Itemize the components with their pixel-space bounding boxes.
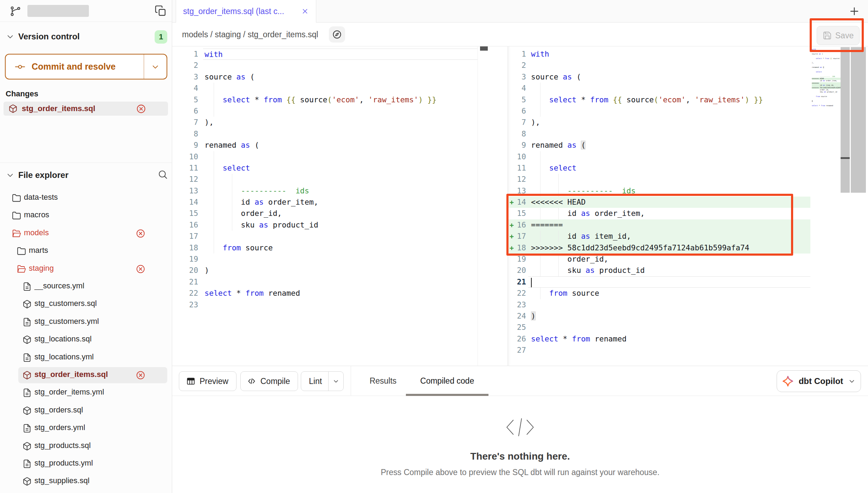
sidebar-item-data-tests[interactable]: data-tests	[0, 190, 172, 206]
code-line: 14 id as order_item,	[172, 197, 478, 208]
sidebar-item-stg-customers-sql[interactable]: stg_customers.sql	[0, 296, 172, 312]
changed-file-row[interactable]: stg_order_items.sql	[4, 102, 168, 116]
folder-open-icon	[17, 264, 26, 274]
line-number: 11	[516, 162, 528, 174]
diff-add-marker: +	[508, 219, 516, 231]
new-tab-icon[interactable]	[848, 5, 860, 17]
close-tab-icon[interactable]	[301, 7, 309, 15]
code-line: 2	[172, 60, 478, 71]
line-number: 18	[172, 242, 203, 254]
code-line: 1with	[508, 49, 810, 60]
line-number: 18	[516, 242, 528, 254]
lint-label: Lint	[301, 377, 328, 386]
line-number: 5	[172, 94, 203, 105]
code-line: 6	[172, 105, 478, 117]
tab-compiled-code[interactable]: Compiled code	[406, 366, 488, 396]
minimap[interactable]: withsource as ( select * from {{ source(…	[812, 49, 841, 119]
code-line: 21	[172, 276, 478, 288]
line-number: 6	[172, 105, 203, 117]
window-scrollbar[interactable]	[851, 47, 866, 193]
diff-add-marker	[508, 71, 516, 83]
dbt-copilot-button[interactable]: dbt Copilot	[777, 370, 861, 392]
file-icon	[22, 353, 32, 362]
copy-icon[interactable]	[155, 5, 167, 17]
diff-add-marker	[508, 128, 516, 140]
folder-icon	[17, 246, 26, 256]
line-number: 14	[516, 197, 528, 208]
file-label: stg_products.sql	[34, 441, 91, 450]
line-number: 17	[172, 231, 203, 242]
line-number: 20	[172, 265, 203, 276]
file-explorer-header[interactable]: File explorer	[0, 168, 172, 182]
discard-change-icon[interactable]	[136, 264, 145, 274]
chevron-down-icon	[6, 32, 15, 41]
code-line: 13 ---------- ids	[508, 185, 810, 197]
line-number: 13	[172, 185, 203, 197]
sidebar-item-stg-locations-sql[interactable]: stg_locations.sql	[0, 332, 172, 348]
code-line: +16=======	[508, 219, 810, 231]
sidebar-item-stg-order-items-sql[interactable]: stg_order_items.sql	[0, 367, 172, 383]
line-number: 9	[516, 140, 528, 151]
sidebar-item-stg-order-items-yml[interactable]: stg_order_items.yml	[0, 385, 172, 401]
sidebar-item-stg-customers-yml[interactable]: stg_customers.yml	[0, 314, 172, 330]
discard-change-icon[interactable]	[136, 229, 145, 238]
editor-pane-left[interactable]: 1with23source as (45 select * from {{ so…	[172, 46, 478, 366]
sidebar-item-stg-products-sql[interactable]: stg_products.sql	[0, 438, 172, 454]
version-control-header[interactable]: Version control	[0, 30, 172, 44]
code-line: 23	[172, 299, 478, 310]
discard-change-icon[interactable]	[136, 370, 145, 380]
preview-button[interactable]: Preview	[179, 371, 237, 391]
file-icon	[22, 318, 32, 327]
diff-add-marker	[508, 276, 516, 288]
folder-open-icon	[12, 229, 21, 238]
commit-and-resolve-button[interactable]: Commit and resolve	[5, 54, 167, 79]
line-number: 2	[516, 60, 528, 71]
sidebar-topbar	[0, 0, 172, 22]
diff-add-marker: +	[508, 231, 516, 242]
lint-button[interactable]: Lint	[301, 371, 344, 391]
search-icon[interactable]	[157, 169, 168, 180]
docs-compass-button[interactable]	[329, 26, 345, 43]
editor-scrollbar[interactable]	[841, 47, 850, 193]
sidebar-item-stg-supplies-sql[interactable]: stg_supplies.sql	[0, 473, 172, 489]
file-icon	[22, 282, 32, 291]
editor-pane-right[interactable]: 1with23source as (45 select * from {{ so…	[507, 46, 810, 366]
code-line: 12	[172, 174, 478, 185]
lint-dropdown-button[interactable]	[329, 378, 343, 385]
compiled-code-label: Compiled code	[420, 376, 474, 386]
sidebar-item-stg-orders-sql[interactable]: stg_orders.sql	[0, 403, 172, 419]
file-label: stg_order_items.yml	[34, 388, 104, 397]
left-pane-scrollbar-thumb[interactable]	[480, 46, 488, 51]
sidebar-item--sources-yml[interactable]: __sources.yml	[0, 278, 172, 295]
line-number: 23	[516, 299, 528, 310]
sidebar-item-marts[interactable]: marts	[0, 243, 172, 259]
line-number: 4	[172, 83, 203, 94]
diff-add-marker	[508, 151, 516, 162]
table-icon	[186, 377, 195, 386]
model-icon	[22, 442, 32, 451]
line-number: 23	[172, 299, 203, 310]
line-number: 16	[516, 219, 528, 231]
sidebar-item-models[interactable]: models	[0, 225, 172, 242]
tab-stg-order-items[interactable]: stg_order_items.sql (last c...	[176, 0, 316, 23]
line-number: 21	[516, 276, 528, 288]
folder-icon	[12, 193, 21, 203]
sidebar-item-stg-products-yml[interactable]: stg_products.yml	[0, 456, 172, 472]
line-number: 16	[172, 219, 203, 231]
code-line: 2	[508, 60, 810, 71]
save-button[interactable]: Save	[817, 26, 860, 45]
changes-label: Changes	[6, 89, 38, 98]
code-line: 10	[172, 151, 478, 162]
sidebar-item-stg-orders-yml[interactable]: stg_orders.yml	[0, 420, 172, 436]
compile-button[interactable]: Compile	[240, 371, 298, 391]
line-number: 7	[516, 117, 528, 128]
sidebar-item-macros[interactable]: macros	[0, 207, 172, 224]
sidebar-item-stg-locations-yml[interactable]: stg_locations.yml	[0, 350, 172, 366]
line-number: 27	[516, 345, 528, 356]
tab-results[interactable]: Results	[362, 366, 404, 396]
sidebar-item-staging[interactable]: staging	[0, 261, 172, 277]
diff-add-marker	[508, 49, 516, 60]
line-number: 3	[516, 71, 528, 83]
commit-dropdown-button[interactable]	[144, 62, 167, 71]
discard-change-icon[interactable]	[136, 104, 146, 114]
